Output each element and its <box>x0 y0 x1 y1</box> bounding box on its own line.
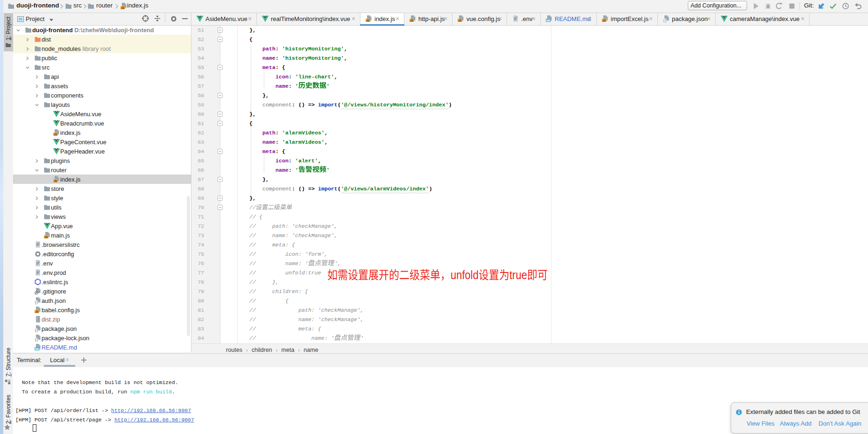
svg-text:JS: JS <box>35 310 38 313</box>
svg-text:{}: {} <box>35 301 38 304</box>
svg-text:{}: {} <box>35 329 38 332</box>
svg-text:JS: JS <box>54 133 57 136</box>
svg-text:{}: {} <box>35 338 38 342</box>
svg-text:JS: JS <box>44 236 48 238</box>
svg-text:MD: MD <box>35 348 39 350</box>
svg-text:JS: JS <box>410 19 413 22</box>
svg-text:JS: JS <box>54 180 57 182</box>
svg-text:JS: JS <box>121 7 124 9</box>
svg-text:JS: JS <box>366 19 369 22</box>
svg-text:JS: JS <box>602 19 606 22</box>
svg-text:JS: JS <box>458 19 461 22</box>
svg-text:MD: MD <box>546 19 550 22</box>
svg-text:{}: {} <box>663 19 667 22</box>
